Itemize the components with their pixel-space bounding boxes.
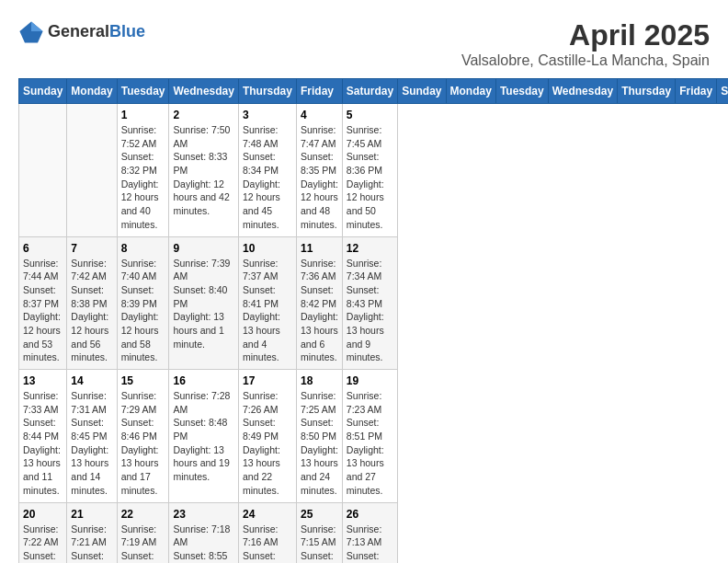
day-number: 13: [23, 374, 63, 387]
day-number: 20: [23, 508, 63, 521]
logo-icon: [18, 18, 44, 44]
weekday-header-friday: Friday: [676, 79, 717, 104]
logo-text-general: General: [48, 22, 109, 40]
weekday-header-wednesday: Wednesday: [548, 79, 617, 104]
day-info: Sunrise: 7:15 AMSunset: 8:57 PMDaylight:…: [301, 523, 338, 564]
day-info: Sunrise: 7:13 AMSunset: 8:58 PMDaylight:…: [347, 523, 393, 564]
calendar-cell: 1Sunrise: 7:52 AMSunset: 8:32 PMDaylight…: [117, 104, 169, 237]
calendar-cell: 18Sunrise: 7:25 AMSunset: 8:50 PMDayligh…: [296, 370, 342, 503]
calendar-cell: 8Sunrise: 7:40 AMSunset: 8:39 PMDaylight…: [117, 236, 169, 370]
header-thursday: Thursday: [238, 79, 296, 104]
calendar-week-row: 13Sunrise: 7:33 AMSunset: 8:44 PMDayligh…: [19, 370, 729, 503]
day-number: 3: [243, 109, 292, 121]
day-number: 6: [23, 242, 63, 255]
day-info: Sunrise: 7:47 AMSunset: 8:35 PMDaylight:…: [301, 123, 338, 232]
day-info: Sunrise: 7:25 AMSunset: 8:50 PMDaylight:…: [301, 389, 338, 498]
calendar-cell: 16Sunrise: 7:28 AMSunset: 8:48 PMDayligh…: [169, 370, 238, 503]
day-info: Sunrise: 7:28 AMSunset: 8:48 PMDaylight:…: [173, 389, 233, 484]
day-info: Sunrise: 7:23 AMSunset: 8:51 PMDaylight:…: [347, 389, 393, 498]
calendar-cell: 24Sunrise: 7:16 AMSunset: 8:56 PMDayligh…: [238, 502, 296, 563]
calendar-cell: 19Sunrise: 7:23 AMSunset: 8:51 PMDayligh…: [342, 370, 397, 503]
day-info: Sunrise: 7:48 AMSunset: 8:34 PMDaylight:…: [243, 123, 292, 232]
day-info: Sunrise: 7:45 AMSunset: 8:36 PMDaylight:…: [347, 123, 393, 232]
day-info: Sunrise: 7:26 AMSunset: 8:49 PMDaylight:…: [243, 389, 292, 498]
day-info: Sunrise: 7:42 AMSunset: 8:38 PMDaylight:…: [71, 257, 112, 365]
day-info: Sunrise: 7:22 AMSunset: 8:52 PMDaylight:…: [23, 523, 63, 564]
day-number: 11: [301, 242, 338, 255]
header-tuesday: Tuesday: [117, 79, 169, 104]
day-info: Sunrise: 7:31 AMSunset: 8:45 PMDaylight:…: [71, 389, 112, 498]
day-number: 17: [243, 374, 292, 387]
header-wednesday: Wednesday: [169, 79, 238, 104]
day-number: 5: [347, 109, 393, 121]
calendar-cell: 4Sunrise: 7:47 AMSunset: 8:35 PMDaylight…: [296, 104, 342, 237]
calendar-cell: 6Sunrise: 7:44 AMSunset: 8:37 PMDaylight…: [19, 236, 67, 370]
day-number: 25: [301, 508, 338, 521]
day-number: 22: [121, 508, 165, 521]
calendar-cell: 3Sunrise: 7:48 AMSunset: 8:34 PMDaylight…: [238, 104, 296, 237]
calendar-cell: 26Sunrise: 7:13 AMSunset: 8:58 PMDayligh…: [342, 502, 397, 563]
calendar-cell: [67, 104, 117, 237]
calendar-cell: 21Sunrise: 7:21 AMSunset: 8:53 PMDayligh…: [67, 502, 117, 563]
day-number: 9: [173, 242, 233, 255]
day-number: 15: [121, 374, 165, 387]
day-number: 24: [243, 508, 292, 521]
day-number: 12: [347, 242, 393, 255]
day-info: Sunrise: 7:44 AMSunset: 8:37 PMDaylight:…: [23, 257, 63, 365]
day-info: Sunrise: 7:21 AMSunset: 8:53 PMDaylight:…: [71, 523, 112, 564]
weekday-header-sunday: Sunday: [398, 79, 446, 104]
day-number: 7: [71, 242, 112, 255]
day-info: Sunrise: 7:39 AMSunset: 8:40 PMDaylight:…: [173, 257, 233, 351]
calendar-cell: 9Sunrise: 7:39 AMSunset: 8:40 PMDaylight…: [169, 236, 238, 370]
day-info: Sunrise: 7:33 AMSunset: 8:44 PMDaylight:…: [23, 389, 63, 498]
calendar-cell: 10Sunrise: 7:37 AMSunset: 8:41 PMDayligh…: [238, 236, 296, 370]
header-friday: Friday: [296, 79, 342, 104]
header-monday: Monday: [67, 79, 117, 104]
calendar-cell: 25Sunrise: 7:15 AMSunset: 8:57 PMDayligh…: [296, 502, 342, 563]
calendar-cell: 14Sunrise: 7:31 AMSunset: 8:45 PMDayligh…: [67, 370, 117, 503]
calendar-cell: 13Sunrise: 7:33 AMSunset: 8:44 PMDayligh…: [19, 370, 67, 503]
calendar-cell: 7Sunrise: 7:42 AMSunset: 8:38 PMDaylight…: [67, 236, 117, 370]
calendar-cell: 15Sunrise: 7:29 AMSunset: 8:46 PMDayligh…: [117, 370, 169, 503]
calendar-cell: 23Sunrise: 7:18 AMSunset: 8:55 PMDayligh…: [169, 502, 238, 563]
main-title: April 2025: [461, 18, 710, 52]
day-number: 2: [173, 109, 233, 121]
calendar-header-row: SundayMondayTuesdayWednesdayThursdayFrid…: [19, 79, 729, 104]
day-number: 18: [301, 374, 338, 387]
weekday-header-monday: Monday: [446, 79, 495, 104]
header-sunday: Sunday: [19, 79, 67, 104]
calendar-cell: 12Sunrise: 7:34 AMSunset: 8:43 PMDayligh…: [342, 236, 397, 370]
day-info: Sunrise: 7:18 AMSunset: 8:55 PMDaylight:…: [173, 523, 233, 564]
day-info: Sunrise: 7:50 AMSunset: 8:33 PMDaylight:…: [173, 123, 233, 218]
day-number: 10: [243, 242, 292, 255]
logo-text-blue: Blue: [109, 22, 145, 40]
header-saturday: Saturday: [342, 79, 397, 104]
calendar-cell: 2Sunrise: 7:50 AMSunset: 8:33 PMDaylight…: [169, 104, 238, 237]
calendar-week-row: 1Sunrise: 7:52 AMSunset: 8:32 PMDaylight…: [19, 104, 729, 237]
calendar-week-row: 20Sunrise: 7:22 AMSunset: 8:52 PMDayligh…: [19, 502, 729, 563]
day-number: 8: [121, 242, 165, 255]
logo: GeneralBlue: [18, 18, 145, 44]
subtitle: Valsalobre, Castille-La Mancha, Spain: [461, 52, 710, 69]
page-header: GeneralBlue April 2025 Valsalobre, Casti…: [18, 18, 710, 69]
calendar-cell: 5Sunrise: 7:45 AMSunset: 8:36 PMDaylight…: [342, 104, 397, 237]
weekday-header-saturday: Saturday: [717, 79, 728, 104]
day-info: Sunrise: 7:34 AMSunset: 8:43 PMDaylight:…: [347, 257, 393, 365]
day-info: Sunrise: 7:19 AMSunset: 8:54 PMDaylight:…: [121, 523, 165, 564]
day-info: Sunrise: 7:37 AMSunset: 8:41 PMDaylight:…: [243, 257, 292, 365]
calendar-cell: 11Sunrise: 7:36 AMSunset: 8:42 PMDayligh…: [296, 236, 342, 370]
day-number: 1: [121, 109, 165, 121]
calendar-table: SundayMondayTuesdayWednesdayThursdayFrid…: [18, 78, 728, 563]
day-number: 14: [71, 374, 112, 387]
weekday-header-thursday: Thursday: [618, 79, 676, 104]
day-info: Sunrise: 7:29 AMSunset: 8:46 PMDaylight:…: [121, 389, 165, 498]
day-info: Sunrise: 7:36 AMSunset: 8:42 PMDaylight:…: [301, 257, 338, 365]
title-area: April 2025 Valsalobre, Castille-La Manch…: [461, 18, 710, 69]
day-number: 4: [301, 109, 338, 121]
day-number: 16: [173, 374, 233, 387]
day-number: 19: [347, 374, 393, 387]
day-info: Sunrise: 7:16 AMSunset: 8:56 PMDaylight:…: [243, 523, 292, 564]
calendar-week-row: 6Sunrise: 7:44 AMSunset: 8:37 PMDaylight…: [19, 236, 729, 370]
calendar-cell: [19, 104, 67, 237]
day-number: 21: [71, 508, 112, 521]
